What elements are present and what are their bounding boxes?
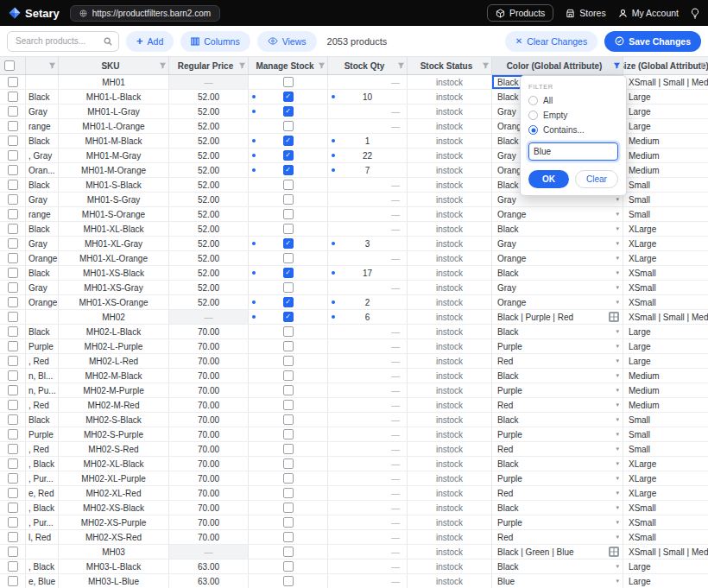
cell-regular-price[interactable]: 52.00 (169, 237, 249, 250)
row-checkbox[interactable] (8, 268, 18, 278)
filter-option-empty[interactable]: Empty (528, 111, 618, 120)
manage-stock-checkbox[interactable] (283, 194, 294, 205)
cell-size[interactable]: Small (623, 193, 708, 206)
filter-icon[interactable] (318, 62, 326, 70)
cell-size[interactable]: Small (623, 413, 708, 427)
cell-regular-price[interactable]: 52.00 (169, 295, 249, 309)
cell-regular-price[interactable]: 70.00 (169, 354, 249, 368)
row-checkbox[interactable] (8, 561, 18, 572)
clear-changes-button[interactable]: ✕ Clear Changes (505, 31, 597, 52)
cell-regular-price[interactable]: 52.00 (169, 281, 249, 294)
cell-size[interactable]: XSmall | Small | Med (623, 310, 708, 324)
dropdown-arrow-icon[interactable]: ▾ (616, 299, 619, 306)
cell-color[interactable]: Purple▾ (492, 427, 623, 441)
radio-icon[interactable] (528, 111, 538, 120)
cell-size[interactable]: XSmall (623, 281, 708, 294)
radio-icon-selected[interactable] (528, 125, 538, 135)
manage-stock-checkbox[interactable] (283, 282, 294, 293)
cell-stock-qty[interactable]: — (328, 515, 408, 529)
cell-name[interactable]: , Black (26, 560, 59, 573)
cell-stock-qty[interactable]: — (328, 325, 408, 338)
cell-stock-status[interactable]: instock (408, 369, 492, 383)
manage-stock-checkbox[interactable] (283, 561, 294, 572)
cell-color[interactable]: Red▾ (492, 442, 623, 456)
manage-stock-checkbox[interactable] (283, 458, 294, 469)
cell-size[interactable]: Medium (623, 369, 708, 383)
cell-name[interactable]: Purple (26, 339, 59, 353)
cell-size[interactable]: Large (623, 325, 708, 338)
dropdown-arrow-icon[interactable]: ▾ (616, 372, 619, 379)
cell-name[interactable] (26, 310, 59, 324)
cell-color[interactable]: Purple▾ (492, 471, 623, 485)
cell-name[interactable]: Black (26, 222, 59, 236)
cell-regular-price[interactable]: 70.00 (169, 398, 249, 412)
dropdown-arrow-icon[interactable]: ▾ (616, 211, 619, 218)
row-checkbox[interactable] (8, 473, 18, 484)
cell-sku[interactable]: MH01-S-Black (59, 178, 169, 192)
cell-regular-price[interactable]: 70.00 (169, 339, 249, 353)
cell-stock-status[interactable]: instock (408, 501, 492, 515)
header-regular-price[interactable]: Regular Price (169, 57, 249, 74)
cell-size[interactable]: Small (623, 427, 708, 441)
dropdown-arrow-icon[interactable]: ▾ (616, 504, 619, 511)
cell-stock-qty[interactable]: — (328, 457, 408, 471)
cell-stock-qty[interactable]: — (328, 354, 408, 368)
dropdown-arrow-icon[interactable]: ▾ (616, 416, 619, 423)
filter-icon[interactable] (699, 62, 706, 70)
row-checkbox[interactable] (8, 312, 18, 322)
manage-stock-checkbox[interactable] (283, 106, 294, 117)
cell-name[interactable]: e, Blue (26, 574, 59, 588)
cell-sku[interactable]: MH03-L-Black (59, 560, 169, 573)
cell-regular-price[interactable]: 70.00 (169, 442, 249, 456)
cell-name[interactable]: Orange (26, 295, 59, 309)
manage-stock-checkbox[interactable] (283, 224, 294, 234)
cell-sku[interactable]: MH02 (59, 310, 169, 324)
manage-stock-checkbox[interactable] (283, 576, 294, 586)
cell-size[interactable]: XLarge (623, 471, 708, 485)
row-checkbox[interactable] (8, 444, 18, 454)
cell-color[interactable]: Red▾ (492, 486, 623, 500)
manage-stock-checkbox[interactable] (283, 503, 294, 513)
header-stock-status[interactable]: Stock Status (408, 57, 492, 74)
cell-name[interactable]: n, Pu... (26, 383, 59, 397)
cell-stock-qty[interactable]: — (328, 369, 408, 383)
cell-name[interactable]: Black (26, 90, 59, 104)
manage-stock-checkbox[interactable] (283, 414, 294, 425)
manage-stock-checkbox[interactable] (283, 532, 294, 542)
dropdown-arrow-icon[interactable]: ▾ (616, 284, 619, 291)
cell-stock-status[interactable]: instock (408, 90, 492, 104)
cell-sku[interactable]: MH01-XS-Orange (59, 295, 169, 309)
row-checkbox[interactable] (8, 326, 18, 337)
header-stock-qty[interactable]: Stock Qty (328, 57, 408, 74)
cell-size[interactable]: Medium (623, 163, 708, 177)
cell-sku[interactable]: MH02-M-Red (59, 398, 169, 412)
cell-name[interactable] (26, 75, 59, 89)
cell-color[interactable]: Black▾ (492, 457, 623, 471)
cell-stock-qty[interactable]: — (328, 119, 408, 133)
cell-regular-price[interactable]: — (169, 75, 249, 89)
add-button[interactable]: + Add (126, 31, 174, 52)
cell-stock-status[interactable]: instock (408, 134, 492, 148)
manage-stock-checkbox[interactable] (283, 136, 294, 146)
cell-sku[interactable]: MH02-M-Purple (59, 383, 169, 397)
cell-name[interactable]: , Red (26, 442, 59, 456)
cell-stock-qty[interactable]: 6 (328, 310, 408, 324)
select-all-checkbox[interactable] (4, 60, 15, 71)
cell-size[interactable]: XLarge (623, 222, 708, 236)
cell-name[interactable]: Gray (26, 193, 59, 206)
multiple-values-icon[interactable] (609, 312, 619, 322)
row-checkbox[interactable] (8, 429, 18, 439)
cell-regular-price[interactable]: 52.00 (169, 251, 249, 265)
cell-name[interactable]: Black (26, 178, 59, 192)
cell-stock-status[interactable]: instock (408, 383, 492, 397)
cell-stock-qty[interactable]: — (328, 339, 408, 353)
cell-sku[interactable]: MH01-XS-Black (59, 266, 169, 280)
cell-regular-price[interactable]: 52.00 (169, 193, 249, 206)
cell-color[interactable]: Orange▾ (492, 251, 623, 265)
row-checkbox[interactable] (8, 282, 18, 293)
cell-stock-status[interactable]: instock (408, 237, 492, 250)
nav-products[interactable]: Products (487, 4, 553, 22)
row-checkbox[interactable] (8, 121, 18, 131)
manage-stock-checkbox[interactable] (283, 180, 294, 190)
cell-stock-qty[interactable]: — (328, 281, 408, 294)
